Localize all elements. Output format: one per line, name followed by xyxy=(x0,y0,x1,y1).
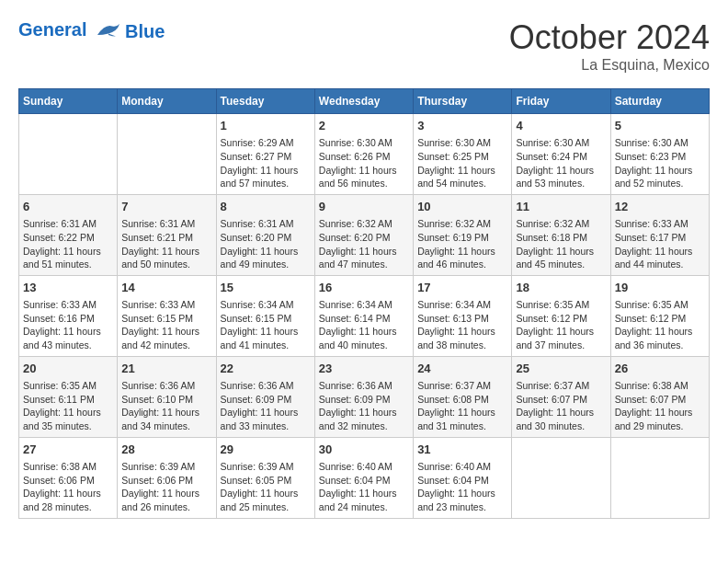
day-number: 23 xyxy=(319,361,409,377)
calendar-cell: 12Sunrise: 6:33 AM Sunset: 6:17 PM Dayli… xyxy=(610,194,709,275)
calendar-cell: 30Sunrise: 6:40 AM Sunset: 6:04 PM Dayli… xyxy=(314,437,413,518)
day-number: 18 xyxy=(516,280,606,296)
logo-bird-icon xyxy=(94,18,123,44)
day-number: 10 xyxy=(417,199,507,215)
calendar-cell: 18Sunrise: 6:35 AM Sunset: 6:12 PM Dayli… xyxy=(512,275,610,356)
calendar-cell: 6Sunrise: 6:31 AM Sunset: 6:22 PM Daylig… xyxy=(19,194,118,275)
day-number: 11 xyxy=(516,199,606,215)
cell-content: Sunrise: 6:34 AM Sunset: 6:13 PM Dayligh… xyxy=(417,298,507,352)
calendar-table: SundayMondayTuesdayWednesdayThursdayFrid… xyxy=(18,88,710,519)
calendar-cell: 5Sunrise: 6:30 AM Sunset: 6:23 PM Daylig… xyxy=(610,114,709,195)
column-header-tuesday: Tuesday xyxy=(216,89,314,114)
calendar-cell: 15Sunrise: 6:34 AM Sunset: 6:15 PM Dayli… xyxy=(216,275,314,356)
cell-content: Sunrise: 6:30 AM Sunset: 6:26 PM Dayligh… xyxy=(319,136,409,190)
day-number: 6 xyxy=(23,199,113,215)
day-number: 22 xyxy=(221,361,311,377)
column-header-wednesday: Wednesday xyxy=(314,89,413,114)
day-number: 26 xyxy=(615,361,705,377)
calendar-week-row: 27Sunrise: 6:38 AM Sunset: 6:06 PM Dayli… xyxy=(19,437,710,518)
day-number: 1 xyxy=(221,118,311,134)
cell-content: Sunrise: 6:37 AM Sunset: 6:07 PM Dayligh… xyxy=(516,379,606,433)
calendar-title-block: October 2024 La Esquina, Mexico xyxy=(509,18,710,74)
day-number: 29 xyxy=(221,442,311,458)
calendar-cell: 23Sunrise: 6:36 AM Sunset: 6:09 PM Dayli… xyxy=(314,356,413,437)
day-number: 17 xyxy=(417,280,507,296)
cell-content: Sunrise: 6:34 AM Sunset: 6:15 PM Dayligh… xyxy=(221,298,311,352)
day-number: 13 xyxy=(23,280,113,296)
cell-content: Sunrise: 6:32 AM Sunset: 6:20 PM Dayligh… xyxy=(319,217,409,271)
calendar-cell: 1Sunrise: 6:29 AM Sunset: 6:27 PM Daylig… xyxy=(216,114,314,195)
cell-content: Sunrise: 6:37 AM Sunset: 6:08 PM Dayligh… xyxy=(417,379,507,433)
cell-content: Sunrise: 6:33 AM Sunset: 6:15 PM Dayligh… xyxy=(121,298,211,352)
calendar-cell: 27Sunrise: 6:38 AM Sunset: 6:06 PM Dayli… xyxy=(19,437,118,518)
calendar-cell xyxy=(512,437,610,518)
cell-content: Sunrise: 6:33 AM Sunset: 6:17 PM Dayligh… xyxy=(615,217,705,271)
cell-content: Sunrise: 6:35 AM Sunset: 6:12 PM Dayligh… xyxy=(615,298,705,352)
calendar-cell: 17Sunrise: 6:34 AM Sunset: 6:13 PM Dayli… xyxy=(414,275,512,356)
cell-content: Sunrise: 6:34 AM Sunset: 6:14 PM Dayligh… xyxy=(319,298,409,352)
day-number: 31 xyxy=(417,442,507,458)
column-header-monday: Monday xyxy=(118,89,216,114)
cell-content: Sunrise: 6:32 AM Sunset: 6:18 PM Dayligh… xyxy=(516,217,606,271)
day-number: 24 xyxy=(417,361,507,377)
calendar-week-row: 20Sunrise: 6:35 AM Sunset: 6:11 PM Dayli… xyxy=(19,356,710,437)
calendar-cell: 3Sunrise: 6:30 AM Sunset: 6:25 PM Daylig… xyxy=(414,114,512,195)
cell-content: Sunrise: 6:31 AM Sunset: 6:20 PM Dayligh… xyxy=(221,217,311,271)
cell-content: Sunrise: 6:31 AM Sunset: 6:21 PM Dayligh… xyxy=(121,217,211,271)
logo-blue: Blue xyxy=(125,21,165,42)
calendar-cell: 19Sunrise: 6:35 AM Sunset: 6:12 PM Dayli… xyxy=(610,275,709,356)
calendar-cell: 29Sunrise: 6:39 AM Sunset: 6:05 PM Dayli… xyxy=(216,437,314,518)
calendar-cell: 14Sunrise: 6:33 AM Sunset: 6:15 PM Dayli… xyxy=(118,275,216,356)
cell-content: Sunrise: 6:38 AM Sunset: 6:07 PM Dayligh… xyxy=(615,379,705,433)
cell-content: Sunrise: 6:40 AM Sunset: 6:04 PM Dayligh… xyxy=(319,460,409,514)
calendar-cell: 21Sunrise: 6:36 AM Sunset: 6:10 PM Dayli… xyxy=(118,356,216,437)
day-number: 20 xyxy=(23,361,113,377)
day-number: 30 xyxy=(319,442,409,458)
calendar-location: La Esquina, Mexico xyxy=(509,57,710,74)
column-header-friday: Friday xyxy=(512,89,610,114)
cell-content: Sunrise: 6:40 AM Sunset: 6:04 PM Dayligh… xyxy=(417,460,507,514)
day-number: 8 xyxy=(221,199,311,215)
cell-content: Sunrise: 6:35 AM Sunset: 6:12 PM Dayligh… xyxy=(516,298,606,352)
cell-content: Sunrise: 6:36 AM Sunset: 6:09 PM Dayligh… xyxy=(221,379,311,433)
day-number: 4 xyxy=(516,118,606,134)
calendar-cell: 26Sunrise: 6:38 AM Sunset: 6:07 PM Dayli… xyxy=(610,356,709,437)
cell-content: Sunrise: 6:39 AM Sunset: 6:06 PM Dayligh… xyxy=(121,460,211,514)
day-number: 9 xyxy=(319,199,409,215)
calendar-cell: 25Sunrise: 6:37 AM Sunset: 6:07 PM Dayli… xyxy=(512,356,610,437)
logo-general: General xyxy=(18,19,86,40)
cell-content: Sunrise: 6:33 AM Sunset: 6:16 PM Dayligh… xyxy=(23,298,113,352)
day-number: 21 xyxy=(121,361,211,377)
calendar-cell xyxy=(610,437,709,518)
calendar-cell: 7Sunrise: 6:31 AM Sunset: 6:21 PM Daylig… xyxy=(118,194,216,275)
page-header: General Blue October 2024 La Esquina, Me… xyxy=(18,18,710,74)
calendar-week-row: 6Sunrise: 6:31 AM Sunset: 6:22 PM Daylig… xyxy=(19,194,710,275)
calendar-cell: 28Sunrise: 6:39 AM Sunset: 6:06 PM Dayli… xyxy=(118,437,216,518)
calendar-cell: 31Sunrise: 6:40 AM Sunset: 6:04 PM Dayli… xyxy=(414,437,512,518)
cell-content: Sunrise: 6:39 AM Sunset: 6:05 PM Dayligh… xyxy=(221,460,311,514)
cell-content: Sunrise: 6:32 AM Sunset: 6:19 PM Dayligh… xyxy=(417,217,507,271)
calendar-header-row: SundayMondayTuesdayWednesdayThursdayFrid… xyxy=(19,89,710,114)
day-number: 27 xyxy=(23,442,113,458)
cell-content: Sunrise: 6:30 AM Sunset: 6:25 PM Dayligh… xyxy=(417,136,507,190)
calendar-cell: 10Sunrise: 6:32 AM Sunset: 6:19 PM Dayli… xyxy=(414,194,512,275)
column-header-thursday: Thursday xyxy=(414,89,512,114)
day-number: 25 xyxy=(516,361,606,377)
day-number: 19 xyxy=(615,280,705,296)
calendar-cell: 20Sunrise: 6:35 AM Sunset: 6:11 PM Dayli… xyxy=(19,356,118,437)
calendar-cell: 8Sunrise: 6:31 AM Sunset: 6:20 PM Daylig… xyxy=(216,194,314,275)
calendar-cell xyxy=(19,114,118,195)
cell-content: Sunrise: 6:30 AM Sunset: 6:24 PM Dayligh… xyxy=(516,136,606,190)
cell-content: Sunrise: 6:35 AM Sunset: 6:11 PM Dayligh… xyxy=(23,379,113,433)
day-number: 28 xyxy=(121,442,211,458)
cell-content: Sunrise: 6:36 AM Sunset: 6:09 PM Dayligh… xyxy=(319,379,409,433)
calendar-week-row: 13Sunrise: 6:33 AM Sunset: 6:16 PM Dayli… xyxy=(19,275,710,356)
calendar-cell: 24Sunrise: 6:37 AM Sunset: 6:08 PM Dayli… xyxy=(414,356,512,437)
cell-content: Sunrise: 6:38 AM Sunset: 6:06 PM Dayligh… xyxy=(23,460,113,514)
day-number: 5 xyxy=(615,118,705,134)
calendar-cell xyxy=(118,114,216,195)
cell-content: Sunrise: 6:31 AM Sunset: 6:22 PM Dayligh… xyxy=(23,217,113,271)
day-number: 16 xyxy=(319,280,409,296)
day-number: 7 xyxy=(121,199,211,215)
calendar-cell: 16Sunrise: 6:34 AM Sunset: 6:14 PM Dayli… xyxy=(314,275,413,356)
